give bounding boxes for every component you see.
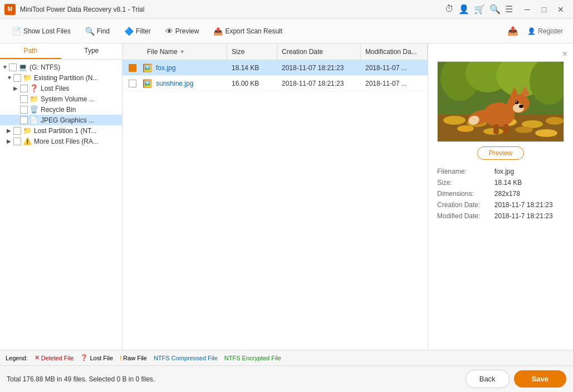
- encrypted-label: NTFS Encrypted File: [224, 355, 281, 361]
- header-modification-date[interactable]: Modification Da...: [361, 43, 428, 60]
- app-icon: M: [4, 4, 16, 15]
- show-lost-files-button[interactable]: 📄 Show Lost Files: [6, 24, 77, 38]
- expand-icon-morelost[interactable]: ▶: [7, 138, 13, 144]
- checkbox-root[interactable]: [9, 63, 17, 71]
- file-list-body: 🖼️ fox.jpg 18.14 KB 2018-11-07 18:21:23 …: [123, 60, 428, 350]
- checkbox-morelost[interactable]: [13, 138, 21, 145]
- file-icon-sunshine: 🖼️: [143, 79, 154, 88]
- recyclebin-icon: 🗑️: [30, 105, 38, 114]
- file-size-fox: 18.14 KB: [227, 64, 277, 72]
- close-button[interactable]: ✕: [553, 4, 569, 15]
- tree-item-root[interactable]: ▼ 💻 (G: NTFS): [0, 62, 122, 72]
- file-row-fox[interactable]: 🖼️ fox.jpg 18.14 KB 2018-11-07 18:21:23 …: [123, 60, 428, 76]
- tree-label-lostpartition: Lost Partition 1 (NT...: [34, 127, 96, 135]
- preview-button[interactable]: Preview: [477, 146, 525, 160]
- cart-icon[interactable]: 🛒: [474, 4, 485, 14]
- size-header-label: Size: [232, 48, 244, 56]
- search-icon[interactable]: 🔍: [489, 4, 501, 14]
- tree-label-morelost: More Lost Files (RA...: [34, 138, 99, 145]
- tree-item-systemvolume[interactable]: 📁 System Volume ...: [0, 94, 122, 104]
- help-icon[interactable]: ⏱: [445, 4, 454, 14]
- tree-item-existing[interactable]: ▼ 📁 Existing Partition (N...: [0, 72, 122, 83]
- checkbox-recyclebin[interactable]: [20, 106, 28, 114]
- legend-raw: ! Raw File: [120, 355, 147, 361]
- settings-icon[interactable]: 👤: [458, 4, 469, 14]
- size-detail-value: 18.14 KB: [492, 178, 566, 188]
- find-icon: 🔍: [85, 27, 95, 36]
- maximize-button[interactable]: □: [536, 4, 552, 15]
- find-button[interactable]: 🔍 Find: [79, 24, 116, 38]
- menu-icon[interactable]: ☰: [505, 4, 513, 14]
- file-row-sunshine[interactable]: 🖼️ sunshine.jpg 16.00 KB 2018-11-07 18:2…: [123, 76, 428, 91]
- tree-item-recyclebin[interactable]: 🗑️ Recycle Bin: [0, 104, 122, 115]
- deleted-label: Deleted File: [41, 355, 74, 361]
- header-size[interactable]: Size: [227, 43, 277, 60]
- drive-icon: 💻: [18, 63, 27, 71]
- file-list-panel: File Name ▼ Size Creation Date Modificat…: [123, 43, 428, 350]
- tree-label-systemvolume: System Volume ...: [41, 95, 95, 103]
- expand-icon-existing[interactable]: ▼: [7, 75, 13, 81]
- status-text: Total 176.88 MB in 49 files. Selected 0 …: [7, 375, 466, 383]
- svg-point-21: [516, 101, 517, 102]
- folder-icon-lostpartition: 📁: [23, 126, 32, 135]
- file-checkbox-fox[interactable]: [129, 64, 136, 72]
- file-list-header: File Name ▼ Size Creation Date Modificat…: [123, 43, 428, 60]
- checkbox-jpeg[interactable]: [20, 116, 28, 124]
- header-filename[interactable]: File Name ▼: [143, 43, 227, 60]
- tab-type[interactable]: Type: [61, 43, 123, 59]
- export-scan-result-button[interactable]: 📤 Export Scan Result: [207, 24, 288, 38]
- file-checkbox-col-fox: [123, 64, 143, 72]
- tree-label-recyclebin: Recycle Bin: [41, 106, 76, 114]
- checkbox-existing[interactable]: [13, 74, 21, 82]
- svg-point-10: [546, 117, 564, 125]
- bottom-bar: Total 176.88 MB in 49 files. Selected 0 …: [0, 365, 573, 392]
- dimensions-detail-label: Dimensions:: [435, 189, 491, 199]
- creation-date-header-label: Creation Date: [282, 48, 323, 56]
- creation-date-detail-label: Creation Date:: [435, 200, 491, 210]
- svg-point-14: [535, 129, 557, 137]
- preview-panel: ×: [428, 43, 573, 350]
- register-button[interactable]: 👤 Register: [523, 25, 567, 37]
- lost-label: Lost File: [90, 355, 113, 361]
- expand-icon-lostpartition[interactable]: ▶: [7, 128, 13, 134]
- tree-item-lostfiles[interactable]: ▶ ❓ Lost Files: [0, 83, 122, 94]
- svg-point-20: [515, 101, 518, 104]
- filter-label: Filter: [136, 27, 151, 35]
- modified-date-detail-value: 2018-11-7 18:21:23: [492, 211, 566, 221]
- filter-button[interactable]: 🔷 Filter: [118, 24, 157, 38]
- filter-icon: 🔷: [124, 27, 134, 36]
- minimize-button[interactable]: ─: [520, 4, 535, 15]
- expand-icon-lostfiles[interactable]: ▶: [13, 85, 20, 91]
- share-icon[interactable]: 📤: [507, 26, 518, 36]
- compressed-label: NTFS Compressed File: [154, 355, 218, 361]
- checkbox-lostpartition[interactable]: [13, 127, 21, 135]
- save-button[interactable]: Save: [514, 370, 566, 388]
- svg-point-13: [515, 126, 533, 133]
- tree-item-jpegGraphics[interactable]: 📄 JPEG Graphics ...: [0, 115, 122, 125]
- legend-lost: ❓ Lost File: [80, 354, 113, 361]
- preview-image: [437, 61, 564, 142]
- expand-icon-root[interactable]: ▼: [2, 64, 9, 70]
- tree-item-morelostfiles[interactable]: ▶ ⚠️ More Lost Files (RA...: [0, 136, 122, 146]
- filename-detail-value: fox.jpg: [492, 166, 566, 177]
- header-creation-date[interactable]: Creation Date: [277, 43, 361, 60]
- filename-header-label: File Name: [147, 48, 178, 56]
- tree-label-root: (G: NTFS): [30, 63, 60, 71]
- tree-item-lostpartition[interactable]: ▶ 📁 Lost Partition 1 (NT...: [0, 125, 122, 136]
- tree-label-lostfiles: Lost Files: [41, 85, 69, 92]
- checkbox-systemvolume[interactable]: [20, 95, 28, 103]
- back-button[interactable]: Back: [466, 370, 510, 388]
- tab-path[interactable]: Path: [0, 43, 61, 59]
- dimensions-detail-value: 282x178: [492, 189, 566, 199]
- tab-bar: Path Type: [0, 43, 122, 60]
- sort-arrow-filename: ▼: [180, 49, 185, 55]
- file-checkbox-sunshine[interactable]: [129, 80, 136, 87]
- window-title: MiniTool Power Data Recovery v8.1 - Tria…: [20, 6, 445, 13]
- preview-close-button[interactable]: ×: [562, 49, 567, 59]
- question-icon-lostfiles: ❓: [30, 84, 38, 92]
- preview-toolbar-button[interactable]: 👁 Preview: [159, 24, 205, 38]
- warning-icon-morelost: ⚠️: [23, 137, 32, 145]
- file-modified-fox: 2018-11-07 ...: [361, 64, 428, 72]
- preview-image-container: [434, 61, 567, 142]
- checkbox-lostfiles[interactable]: [20, 85, 28, 92]
